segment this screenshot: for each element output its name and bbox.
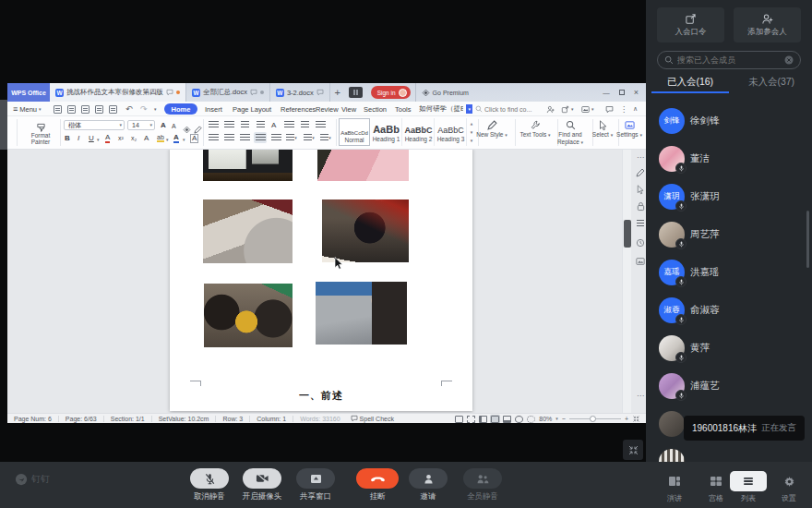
style-heading3[interactable]: AaBbC Heading 3 [436, 118, 467, 146]
tab-section[interactable]: Section [364, 102, 387, 116]
settings-button-dock[interactable]: 设置 [770, 471, 808, 503]
zoom-level[interactable]: 80% [539, 416, 552, 422]
tab-review[interactable]: Review [316, 102, 339, 116]
history-icon[interactable]: ▾ [581, 102, 594, 116]
fit-page-icon[interactable] [632, 415, 640, 423]
participant-search[interactable] [657, 51, 801, 69]
decrease-indent-icon[interactable] [238, 119, 251, 130]
scrollbar-thumb[interactable] [624, 220, 631, 248]
page-view-icon[interactable] [491, 416, 499, 423]
font-size-select[interactable]: 14▾ [127, 120, 155, 130]
highlight-button[interactable]: ab [157, 134, 164, 142]
new-tab-button[interactable]: + [330, 83, 345, 102]
participant-row[interactable]: 淑蓉 俞淑蓉 [646, 295, 812, 333]
page-thumb-icon[interactable] [455, 416, 463, 423]
superscript-button[interactable]: x² [118, 135, 124, 141]
settings-button[interactable]: Settings ▾ [609, 119, 646, 139]
zoom-in-button[interactable]: + [625, 416, 628, 422]
find-command-input[interactable] [484, 106, 549, 113]
participant-row[interactable]: 浦蕴艺 [646, 370, 812, 408]
font-name-select[interactable]: 楷体▾ [64, 120, 125, 130]
save-icon[interactable] [67, 102, 76, 116]
print-icon[interactable] [81, 102, 90, 116]
view-speaker-button[interactable]: 演讲 [655, 471, 694, 503]
sidebar-outline-icon[interactable] [634, 220, 646, 228]
tab-list-icon[interactable] [349, 87, 363, 98]
minimize-button[interactable]: — [603, 89, 610, 97]
tab-tools[interactable]: Tools [395, 102, 412, 116]
sidebar-image-icon[interactable] [634, 257, 646, 266]
show-marks-icon[interactable] [298, 119, 311, 130]
participant-row[interactable]: 董洁 [646, 143, 812, 181]
close-button[interactable]: × [634, 88, 639, 97]
camera-on-button[interactable]: 开启摄像头 [234, 468, 290, 502]
comment-panel-icon[interactable] [605, 102, 614, 116]
reader-mode-icon[interactable] [515, 416, 523, 423]
share-doc-icon[interactable]: ▾ [561, 102, 574, 116]
participant-row[interactable] [646, 446, 812, 462]
sign-in-button[interactable]: Sign in [371, 86, 411, 99]
sidebar-edit-icon[interactable] [634, 168, 646, 177]
align-left-icon[interactable] [207, 132, 220, 143]
bold-button[interactable]: B [65, 135, 70, 142]
tab-page-layout[interactable]: Page Layout [233, 102, 271, 116]
document-scrollbar[interactable] [622, 150, 631, 413]
participant-search-input[interactable] [677, 55, 781, 65]
italic-button[interactable]: I [78, 135, 79, 142]
web-layout-icon[interactable] [503, 416, 511, 423]
invite-button[interactable]: 邀请 [400, 468, 456, 502]
restore-button[interactable] [619, 90, 625, 95]
tab-custom-doc[interactable]: 如何研学（提E-S▾ [419, 102, 472, 116]
preview-icon[interactable] [109, 102, 117, 116]
participant-row[interactable]: 剑锋 徐剑锋 [646, 105, 812, 143]
participant-row[interactable]: 嘉瑶 洪嘉瑶 [646, 257, 812, 295]
sort-icon[interactable] [282, 119, 295, 130]
go-premium-button[interactable]: Go Premium [415, 83, 474, 102]
style-heading1[interactable]: AaBb Heading 1 [371, 118, 402, 146]
tab-home[interactable]: Home [164, 103, 197, 115]
meeting-code-button[interactable]: 入会口令 [657, 7, 724, 42]
view-list-button[interactable]: 列表 [730, 471, 767, 503]
align-right-icon[interactable] [238, 132, 251, 143]
borders-icon[interactable]: ▾ [319, 132, 332, 143]
table-icon[interactable] [314, 119, 327, 130]
line-spacing-icon[interactable]: ▾ [285, 132, 298, 143]
hangup-button[interactable]: 挂断 [350, 468, 405, 502]
redo-icon[interactable]: ↷ [140, 102, 148, 116]
style-normal[interactable]: AaBbCcDd Normal [339, 118, 370, 146]
tab-dropdown-icon[interactable]: ▾ [466, 104, 472, 114]
clear-search-icon[interactable] [784, 55, 794, 65]
tab-insert[interactable]: Insert [205, 102, 222, 116]
font-color-button[interactable]: A [173, 134, 179, 143]
tab-not-joined[interactable]: 未入会(37) [734, 76, 808, 89]
quickbar-caret-icon[interactable]: ▾ [154, 102, 157, 116]
exit-fullscreen-button[interactable] [623, 440, 643, 460]
tab-view[interactable]: View [341, 102, 356, 116]
export-icon[interactable] [95, 102, 103, 116]
strike-button[interactable]: A [105, 134, 110, 143]
align-center-icon[interactable] [222, 132, 235, 143]
menu-button[interactable]: ≡ Menu ▾ [13, 102, 42, 116]
distribute-icon[interactable] [269, 132, 282, 143]
sidebar-bottom-more-icon[interactable]: ⋯ [634, 392, 646, 400]
subscript-button[interactable]: x₂ [131, 135, 137, 141]
find-command-search[interactable] [475, 102, 549, 116]
participant-row[interactable]: 黄萍 [646, 333, 812, 370]
doc-tab-1[interactable]: W 挑战杯作品文本寒假修改第四版 [50, 83, 186, 102]
document-workspace[interactable]: 一、前述 ⋯ ⋯ [7, 150, 646, 413]
add-participant-button[interactable]: 添加参会人 [734, 7, 801, 42]
shading-icon[interactable]: ▾ [303, 132, 316, 143]
zoom-out-button[interactable]: − [562, 416, 566, 422]
mute-all-button[interactable]: 全员静音 [455, 468, 510, 502]
increase-indent-icon[interactable] [254, 119, 267, 130]
shrink-font-button[interactable]: A [172, 123, 176, 129]
style-heading2[interactable]: AaBbC Heading 2 [403, 118, 435, 146]
participant-row[interactable]: 周艺萍 [646, 219, 812, 257]
doc-tab-2[interactable]: W 全部汇总.docx [186, 83, 270, 102]
underline-button[interactable]: U [89, 135, 94, 142]
grow-font-button[interactable]: A [161, 122, 166, 129]
panel-scrollbar[interactable] [806, 211, 809, 268]
two-page-view-icon[interactable] [479, 416, 487, 423]
new-style-button[interactable]: New Style ▾ [472, 119, 512, 139]
tab-references[interactable]: References [281, 102, 316, 116]
